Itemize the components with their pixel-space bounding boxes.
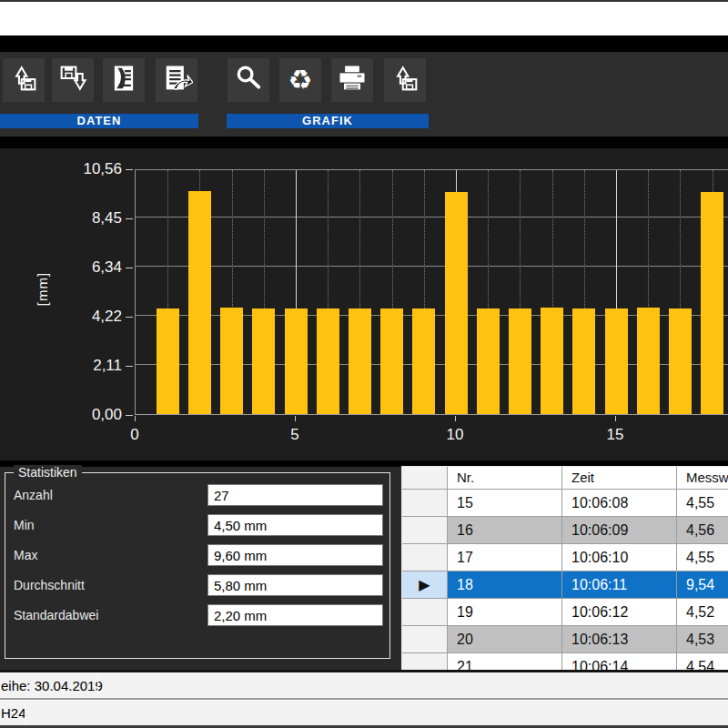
measurement-bar [380,308,403,414]
row-selector[interactable] [402,599,448,626]
stat-label-min: Min [14,514,35,536]
cell-messwert[interactable]: 4,55 [677,544,728,571]
row-selector[interactable]: ▶ [402,571,448,599]
row-selector[interactable] [402,490,448,517]
print-button[interactable] [331,58,373,102]
zoom-button[interactable] [228,58,269,102]
y-tick-label: 0,00 [36,406,122,424]
table-header-nr[interactable]: Nr. [448,467,562,490]
measurement-table: Nr.ZeitMesswert1510:06:084,551610:06:094… [401,466,728,670]
y-tick-mark [126,218,133,219]
status-series-text: eihe: 30.04.2019 [1,673,103,698]
refresh-button[interactable]: ♻ [279,58,321,102]
y-tick-label: 2,11 [36,357,122,375]
row-selector[interactable] [402,544,448,571]
row-selector[interactable] [402,653,448,670]
y-tick-label: 8,45 [36,209,122,228]
measurement-bar [637,308,660,414]
cell-nr[interactable]: 15 [448,490,562,517]
row-selector[interactable] [402,626,448,653]
stat-field-max[interactable] [207,544,383,566]
h-gridline [136,266,728,267]
statusbar-device: H24 [0,700,728,725]
cell-messwert[interactable]: 4,54 [677,653,728,670]
cell-zeit[interactable]: 10:06:09 [562,517,677,544]
document-arrow-icon [160,62,193,98]
measurement-bar [317,308,339,414]
floppy-arrow-down-icon [56,62,89,98]
cell-nr[interactable]: 21 [448,653,562,670]
recycle-icon: ♻ [288,66,313,94]
cell-messwert[interactable]: 4,52 [677,599,728,626]
measurement-chart: [mm] 0,002,114,226,348,4510,56 051015 [0,148,728,460]
cell-zeit[interactable]: 10:06:12 [562,599,677,626]
measurement-bar [157,308,179,414]
stat-row: Durchschnitt [5,574,389,596]
y-axis-label: [mm] [35,272,50,306]
y-tick-mark [126,169,133,170]
cell-zeit[interactable]: 10:06:10 [562,544,677,571]
daten-group-label: DATEN [0,114,198,128]
measurement-bar [445,192,468,414]
magnifier-icon [232,62,265,98]
statistics-title: Statistiken [14,465,82,480]
y-tick-label: 6,34 [36,258,122,277]
stat-field-min[interactable] [207,514,383,536]
stat-field-standardabwei[interactable] [207,604,383,626]
cell-nr[interactable]: 20 [448,626,562,653]
stat-row: Standardabwei [5,604,389,626]
y-tick-mark [126,317,133,318]
x-tick-mark [135,416,136,421]
measurement-bar [605,308,628,414]
stat-row: Anzahl [5,484,389,506]
document-chart-icon [107,62,140,98]
table-header-messwert[interactable]: Messwert [677,467,728,490]
cell-zeit[interactable]: 10:06:11 [562,571,677,599]
cell-zeit[interactable]: 10:06:14 [562,653,677,670]
export-document-button[interactable] [156,58,197,102]
x-tick-label: 0 [116,426,153,444]
cell-zeit[interactable]: 10:06:13 [562,626,677,653]
cell-nr[interactable]: 17 [448,544,562,571]
floppy-arrow-up-icon [389,62,421,98]
stat-row: Min [5,514,389,536]
statusbar-series: eihe: 30.04.2019 [0,672,728,698]
stat-field-anzahl[interactable] [207,484,383,506]
load-data-button[interactable] [3,58,45,102]
y-tick-mark [126,415,133,416]
stat-field-durchschnitt[interactable] [207,574,383,596]
measurement-bar [477,308,500,414]
grafik-group-label: GRAFIK [227,114,429,128]
h-gridline [136,217,728,217]
app-window: ♻ DATEN GRAFIK [mm] 0,002,114,226,348,45… [0,0,728,728]
save-data-button[interactable] [52,58,94,102]
measurement-bar [412,308,435,414]
cell-messwert[interactable]: 4,56 [677,517,728,544]
plot-area [135,169,728,415]
table-header-zeit[interactable]: Zeit [562,467,677,490]
measurement-bar [701,192,723,414]
cell-messwert[interactable]: 4,55 [677,490,728,517]
save-graphic-button[interactable] [384,58,426,102]
table-header-rowselector [402,467,448,490]
y-tick-label: 4,22 [36,308,122,326]
cell-nr[interactable]: 18 [448,571,562,599]
stat-label-durchschnitt: Durchschnitt [14,574,85,596]
x-tick-mark [295,416,296,421]
measurement-bar [220,308,243,414]
x-tick-label: 5 [277,426,313,444]
x-tick-label: 10 [437,426,473,444]
measurement-bar [572,308,595,414]
cell-messwert[interactable]: 9,54 [677,571,728,599]
floppy-arrow-up-icon [7,62,40,98]
cell-zeit[interactable]: 10:06:08 [562,490,677,517]
cell-messwert[interactable]: 4,53 [677,626,728,653]
bottom-panel: Statistiken AnzahlMinMaxDurchschnittStan… [0,467,728,670]
cell-nr[interactable]: 19 [448,599,562,626]
stat-label-anzahl: Anzahl [14,484,53,506]
row-selector[interactable] [402,517,448,544]
report-document-button[interactable] [103,58,145,102]
measurement-bar [285,308,308,414]
cell-nr[interactable]: 16 [448,517,562,544]
stat-label-max: Max [14,544,37,566]
